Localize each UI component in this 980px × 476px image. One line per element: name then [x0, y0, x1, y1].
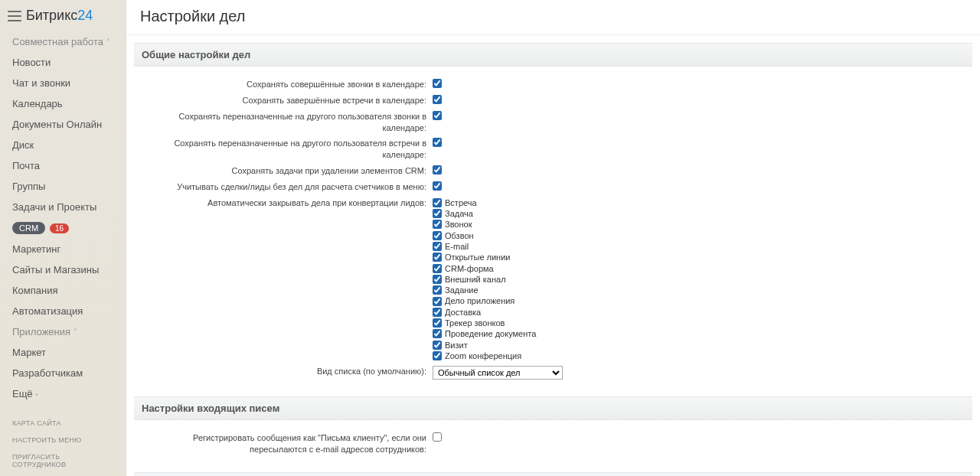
sidebar-item-calendar[interactable]: Календарь [0, 93, 125, 114]
sidebar: Битрикс24 Совместная работа˄ Новости Чат… [0, 0, 126, 476]
auto-close-item: E-mail [433, 241, 469, 252]
auto-close-checkbox-7[interactable] [433, 275, 442, 284]
auto-close-checkbox-10[interactable] [433, 308, 442, 317]
sidebar-item-marketing[interactable]: Маркетинг [0, 239, 125, 259]
auto-close-item: Встреча [433, 197, 477, 208]
page-title: Настройки дел [126, 0, 980, 35]
auto-close-item: Внешний канал [433, 274, 506, 285]
auto-close-checkbox-1[interactable] [433, 209, 442, 218]
sidebar-item-market[interactable]: Маркет [0, 342, 125, 363]
logo: Битрикс24 [26, 8, 93, 24]
auto-close-checkbox-9[interactable] [433, 297, 442, 306]
link-site-map[interactable]: КАРТА САЙТА [0, 415, 125, 432]
label-count-deals-leads: Учитывать сделки/лиды без дел для расчет… [136, 181, 433, 193]
sidebar-item-groups[interactable]: Группы [0, 176, 125, 197]
auto-close-label: Zoom конференция [445, 350, 521, 361]
auto-close-checkbox-13[interactable] [433, 341, 442, 350]
main-content: Настройки дел Общие настройки дел Сохран… [126, 0, 980, 476]
auto-close-checkbox-2[interactable] [433, 220, 442, 229]
auto-close-item: Трекер звонков [433, 318, 505, 328]
auto-close-label: Звонок [445, 219, 472, 230]
auto-close-label: Обзвон [445, 230, 474, 241]
auto-close-label: Проведение документа [445, 328, 536, 339]
auto-close-item: Открытые линии [433, 252, 510, 262]
auto-close-item: Проведение документа [433, 328, 536, 339]
sidebar-item-more[interactable]: Ещё · [0, 383, 125, 404]
auto-close-item: Задание [433, 285, 479, 295]
chevron-up-icon: ˄ [74, 328, 77, 336]
checkbox-save-reassigned-meetings[interactable] [433, 138, 442, 147]
logo-brand: Битрикс [26, 8, 77, 23]
auto-close-label: Внешний канал [445, 274, 506, 285]
auto-close-item: Обзвон [433, 230, 474, 241]
checkbox-save-tasks-on-delete[interactable] [433, 165, 442, 174]
label-save-tasks-on-delete: Сохранять задачи при удалении элементов … [136, 165, 433, 177]
sidebar-item-sites[interactable]: Сайты и Магазины [0, 259, 125, 280]
auto-close-label: Задача [445, 208, 473, 219]
auto-close-checkbox-12[interactable] [433, 329, 442, 338]
auto-close-item: Доставка [433, 307, 481, 318]
auto-close-item: CRM-форма [433, 263, 494, 274]
nav-section-apps-label: Приложения [12, 326, 70, 337]
auto-close-item: Задача [433, 208, 473, 219]
sidebar-item-chat[interactable]: Чат и звонки [0, 73, 125, 93]
auto-close-item: Звонок [433, 219, 472, 230]
auto-close-item: Zoom конференция [433, 350, 521, 361]
checkbox-save-calls[interactable] [433, 79, 442, 88]
chevron-up-icon: ˄ [106, 37, 110, 46]
section-incoming-header: Настройки входящих писем [134, 396, 972, 420]
incoming-form: Регистрировать сообщения как "Письма кли… [126, 420, 980, 465]
checkbox-save-meetings[interactable] [433, 95, 442, 104]
sidebar-item-tasks[interactable]: Задачи и Проекты [0, 197, 125, 217]
nav-section-apps[interactable]: Приложения˄ [0, 321, 125, 342]
label-save-calls: Сохранять совершённые звонки в календаре… [136, 79, 433, 90]
auto-close-label: E-mail [445, 241, 469, 252]
section-outgoing-header: Настройки исходящих писем [134, 472, 972, 476]
auto-close-checkbox-4[interactable] [433, 242, 442, 251]
auto-close-label: Открытые линии [445, 252, 510, 262]
sidebar-item-docs[interactable]: Документы Онлайн [0, 114, 125, 135]
label-save-meetings: Сохранять завершённые встречи в календар… [136, 95, 433, 106]
auto-close-label: Доставка [445, 307, 481, 318]
select-list-view[interactable]: Обычный список дел [433, 366, 563, 380]
auto-close-checkbox-14[interactable] [433, 351, 442, 360]
auto-close-checkbox-6[interactable] [433, 264, 442, 273]
link-configure-menu[interactable]: НАСТРОИТЬ МЕНЮ [0, 432, 125, 448]
auto-close-checkbox-11[interactable] [433, 318, 442, 328]
hamburger-icon[interactable] [8, 11, 21, 21]
sidebar-item-company[interactable]: Компания [0, 280, 125, 301]
auto-close-item: Дело приложения [433, 295, 514, 306]
sidebar-item-news[interactable]: Новости [0, 52, 125, 73]
sidebar-item-devs[interactable]: Разработчикам [0, 363, 125, 383]
section-general-header: Общие настройки дел [134, 43, 972, 67]
label-auto-close: Автоматически закрывать дела при конверт… [136, 197, 433, 209]
link-invite-users[interactable]: ПРИГЛАСИТЬ СОТРУДНИКОВ [0, 448, 125, 473]
auto-close-checkbox-5[interactable] [433, 253, 442, 262]
checkbox-save-reassigned-calls[interactable] [433, 111, 442, 120]
general-form: Сохранять совершённые звонки в календаре… [126, 67, 980, 389]
auto-close-label: Задание [445, 285, 479, 295]
auto-close-label: Дело приложения [445, 295, 514, 306]
crm-badge: 16 [50, 223, 69, 233]
checkbox-count-deals-leads[interactable] [433, 181, 442, 191]
sidebar-item-mail[interactable]: Почта [0, 155, 125, 176]
auto-close-checkbox-3[interactable] [433, 231, 442, 240]
auto-close-list: ВстречаЗадачаЗвонокОбзвонE-mailОткрытые … [433, 197, 971, 361]
logo-row: Битрикс24 [0, 3, 125, 31]
nav-section-collab[interactable]: Совместная работа˄ [0, 31, 125, 52]
bottom-links: КАРТА САЙТА НАСТРОИТЬ МЕНЮ ПРИГЛАСИТЬ СО… [0, 415, 125, 473]
sidebar-item-automation[interactable]: Автоматизация [0, 301, 125, 321]
label-save-reassigned-calls: Сохранять переназначенные на другого пол… [136, 111, 433, 134]
sidebar-item-disk[interactable]: Диск [0, 135, 125, 155]
label-save-reassigned-meetings: Сохранять переназначенные на другого пол… [136, 138, 433, 161]
auto-close-checkbox-8[interactable] [433, 285, 442, 295]
checkbox-register-msgs[interactable] [433, 432, 442, 442]
sidebar-item-crm[interactable]: CRM 16 [0, 217, 125, 239]
auto-close-label: Встреча [445, 197, 477, 208]
auto-close-checkbox-0[interactable] [433, 198, 442, 207]
label-register-msgs: Регистрировать сообщения как "Письма кли… [136, 432, 433, 455]
logo-accent: 24 [77, 8, 93, 23]
crm-pill: CRM [12, 222, 45, 234]
nav-section-collab-label: Совместная работа [12, 36, 103, 47]
auto-close-item: Визит [433, 340, 468, 350]
